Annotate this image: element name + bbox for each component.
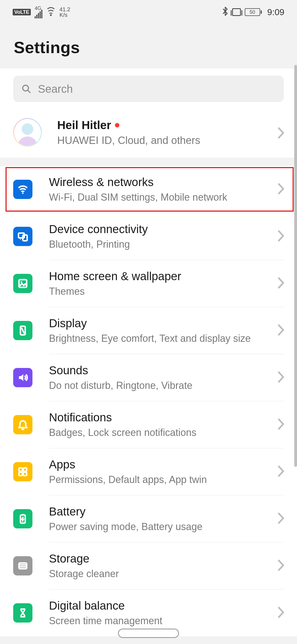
- nav-pill[interactable]: [118, 629, 179, 638]
- svg-rect-13: [23, 472, 27, 476]
- row-title: Notifications: [49, 411, 196, 424]
- volte-badge: VoLTE: [13, 9, 31, 15]
- storage-icon: [13, 556, 32, 575]
- row-display[interactable]: Display Brightness, Eye comfort, Text an…: [0, 307, 297, 354]
- row-sub: Permissions, Default apps, App twin: [49, 474, 207, 485]
- row-sub: Badges, Lock screen notifications: [49, 427, 196, 438]
- row-title: Wireless & networks: [49, 176, 227, 189]
- row-title: Display: [49, 317, 251, 330]
- row-device-connectivity[interactable]: Device connectivity Bluetooth, Printing: [0, 213, 297, 260]
- signal-icon: [35, 11, 42, 18]
- chevron-right-icon: [277, 323, 285, 338]
- svg-line-9: [21, 328, 24, 334]
- row-title: Digital balance: [49, 599, 162, 612]
- row-sub: Bluetooth, Printing: [49, 239, 148, 250]
- search-placeholder: Search: [38, 83, 73, 95]
- chevron-right-icon: [277, 276, 285, 291]
- svg-rect-11: [23, 468, 27, 471]
- bluetooth-icon: [222, 7, 228, 18]
- row-apps[interactable]: Apps Permissions, Default apps, App twin: [0, 448, 297, 495]
- page-header: Settings: [0, 24, 297, 69]
- svg-rect-16: [19, 563, 27, 569]
- chevron-right-icon: [277, 229, 285, 244]
- battery-icon: [13, 509, 32, 528]
- chevron-right-icon: [277, 558, 285, 573]
- cast-icon: [13, 227, 32, 246]
- row-sub: Themes: [49, 286, 181, 297]
- wifi-icon: [13, 180, 32, 199]
- svg-rect-15: [22, 514, 24, 515]
- row-home-wallpaper[interactable]: Home screen & wallpaper Themes: [0, 260, 297, 307]
- search-icon: [21, 84, 31, 94]
- chevron-right-icon: [277, 464, 285, 479]
- speaker-icon: [13, 368, 32, 387]
- row-notifications[interactable]: Notifications Badges, Lock screen notifi…: [0, 401, 297, 448]
- apps-grid-icon: [13, 462, 32, 481]
- status-bar: VoLTE 4G 41.2 K/s 50 9:09: [0, 0, 297, 24]
- vibrate-icon: [232, 8, 241, 16]
- account-row[interactable]: Heil Hitler HUAWEI ID, Cloud, and others: [0, 109, 297, 158]
- scrollbar[interactable]: [294, 65, 297, 467]
- svg-line-1: [28, 90, 30, 93]
- row-wireless-networks[interactable]: Wireless & networks Wi-Fi, Dual SIM sett…: [0, 166, 297, 213]
- row-sub: Screen time management: [49, 615, 162, 627]
- network-speed: 41.2 K/s: [59, 7, 70, 18]
- row-sub: Power saving mode, Battery usage: [49, 521, 202, 533]
- account-sub: HUAWEI ID, Cloud, and others: [57, 135, 200, 146]
- row-sub: Brightness, Eye comfort, Text and displa…: [49, 333, 251, 344]
- svg-point-5: [20, 239, 21, 240]
- search-input[interactable]: Search: [13, 76, 284, 102]
- row-sub: Storage cleaner: [49, 568, 119, 580]
- hourglass-icon: [13, 603, 32, 623]
- svg-rect-10: [19, 468, 22, 471]
- row-sub: Wi-Fi, Dual SIM settings, Mobile network: [49, 192, 227, 203]
- svg-point-2: [22, 192, 24, 194]
- chevron-right-icon: [277, 417, 285, 432]
- page-title: Settings: [14, 38, 283, 57]
- picture-icon: [13, 274, 32, 293]
- bell-icon: [13, 415, 32, 434]
- chevron-right-icon: [277, 182, 285, 197]
- row-sub: Do not disturb, Ringtone, Vibrate: [49, 380, 193, 391]
- svg-rect-12: [19, 472, 22, 476]
- row-battery[interactable]: Battery Power saving mode, Battery usage: [0, 495, 297, 542]
- chevron-right-icon: [277, 370, 285, 385]
- wifi-icon: [46, 8, 56, 16]
- phone-display-icon: [13, 321, 32, 340]
- row-title: Storage: [49, 552, 119, 565]
- row-title: Apps: [49, 458, 207, 471]
- account-name: Heil Hitler: [57, 119, 111, 132]
- clock: 9:09: [267, 7, 284, 17]
- settings-list: Wireless & networks Wi-Fi, Dual SIM sett…: [0, 166, 297, 636]
- avatar: [13, 118, 42, 147]
- battery-icon: 50: [245, 8, 262, 16]
- row-storage[interactable]: Storage Storage cleaner: [0, 542, 297, 589]
- notification-dot-icon: [115, 123, 119, 127]
- chevron-right-icon: [277, 511, 285, 526]
- row-title: Home screen & wallpaper: [49, 270, 181, 283]
- row-title: Battery: [49, 505, 202, 518]
- network-type: 4G: [35, 6, 42, 18]
- battery-percent: 50: [250, 9, 255, 15]
- chevron-right-icon: [277, 126, 285, 141]
- chevron-right-icon: [277, 605, 285, 620]
- row-title: Device connectivity: [49, 223, 148, 236]
- row-sounds[interactable]: Sounds Do not disturb, Ringtone, Vibrate: [0, 354, 297, 401]
- row-title: Sounds: [49, 364, 193, 377]
